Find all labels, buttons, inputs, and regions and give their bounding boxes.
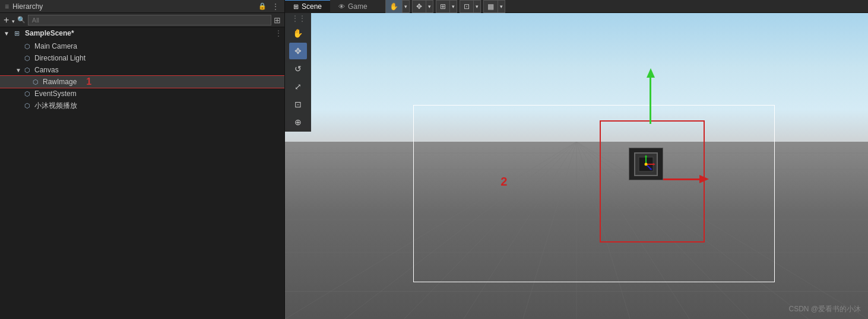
translate-tool-btn[interactable]: ✥ — [413, 0, 426, 13]
scene-panel: ⊞ Scene 👁 Game ✋ ▾ ✥ ▾ — [285, 0, 868, 319]
scene-tools-sidebar: ⋮⋮ ✋ ✥ ↺ ⤢ ⊡ ⊕ — [285, 13, 311, 132]
red-arrowhead — [699, 175, 709, 183]
tool-group-extra: ▦ ▾ — [483, 0, 505, 13]
object-inner-cube — [634, 152, 658, 176]
grid-tool-btn[interactable]: ⊞ — [436, 0, 450, 13]
scene-root-row[interactable]: ▼ ⊞ SampleScene* ⋮ — [0, 27, 284, 39]
hierarchy-item-rawimage[interactable]: ⬡ RawImage 1 — [0, 76, 284, 88]
svg-marker-19 — [653, 163, 655, 165]
xiaom-label: 小沐视频播放 — [34, 101, 77, 111]
scene-viewport[interactable]: ⋮⋮ ✋ ✥ ↺ ⤢ ⊡ ⊕ — [285, 13, 868, 319]
snap-tool-btn[interactable]: ⊡ — [460, 0, 474, 13]
tools-grip-handle[interactable]: ⋮⋮ — [289, 14, 307, 23]
hierarchy-item-directional-light[interactable]: ⬡ Directional Light — [0, 52, 284, 64]
annotation-1: 1 — [86, 76, 91, 87]
tab-game[interactable]: 👁 Game — [330, 0, 376, 13]
eventsystem-cube-icon: ⬡ — [23, 89, 32, 98]
watermark-label: CSDN @爱看书的小沐 — [788, 304, 861, 314]
translate-dropdown-btn[interactable]: ▾ — [426, 0, 433, 13]
header-icons: 🔒 ⋮ — [258, 2, 280, 11]
scale-tool-side-btn[interactable]: ⤢ — [289, 78, 307, 95]
tool-group-translate: ✥ ▾ — [412, 0, 433, 13]
svg-point-24 — [645, 162, 648, 165]
red-arrow-line — [658, 178, 699, 180]
main-camera-label: Main Camera — [34, 42, 77, 50]
tool-group-move: ✋ ▾ — [385, 0, 410, 13]
canvas-label: Canvas — [34, 66, 59, 74]
directional-light-cube-icon: ⬡ — [23, 53, 32, 63]
hierarchy-header: ≡ Hierarchy 🔒 ⋮ — [0, 0, 284, 13]
rect-tool-side-btn[interactable]: ⊡ — [289, 96, 307, 113]
extra-dropdown-btn[interactable]: ▾ — [498, 0, 505, 13]
scene-row-left: ▼ ⊞ SampleScene* — [2, 28, 74, 38]
gizmo-svg — [635, 154, 657, 175]
hierarchy-grid-icon: ≡ — [5, 2, 9, 11]
game-tab-label: Game — [348, 2, 368, 11]
red-right-arrow — [658, 175, 709, 183]
canvas-cube-icon: ⬡ — [23, 65, 32, 75]
hierarchy-panel: ≡ Hierarchy 🔒 ⋮ + ▾ 🔍 ⊞ ▼ ⊞ SampleScene* — [0, 0, 285, 319]
xiaom-cube-icon: ⬡ — [23, 101, 32, 110]
canvas-expand-arrow[interactable]: ▼ — [14, 67, 23, 74]
scene-tab-bar: ⊞ Scene 👁 Game ✋ ▾ ✥ ▾ — [285, 0, 868, 13]
hierarchy-title: ≡ Hierarchy — [5, 2, 43, 11]
scene-name-label: SampleScene* — [25, 29, 74, 37]
transform-tool-side-btn[interactable]: ⊕ — [289, 114, 307, 130]
plus-icon: + — [4, 15, 9, 25]
green-arrow-line — [650, 76, 651, 124]
snap-dropdown-btn[interactable]: ▾ — [474, 0, 480, 13]
eventsystem-label: EventSystem — [34, 90, 77, 98]
grid-dropdown-btn[interactable]: ▾ — [450, 0, 457, 13]
game-tab-icon: 👁 — [338, 3, 345, 10]
search-input[interactable] — [28, 15, 271, 25]
tab-scene[interactable]: ⊞ Scene — [285, 0, 330, 13]
scene-options-icon[interactable]: ⋮ — [275, 29, 282, 37]
tool-group-snap: ⊡ ▾ — [460, 0, 481, 13]
scene-tab-label: Scene — [302, 2, 322, 11]
green-up-arrow — [647, 68, 655, 124]
translate-tool-side-btn[interactable]: ✥ — [289, 43, 307, 59]
hierarchy-item-eventsystem[interactable]: ⬡ EventSystem — [0, 88, 284, 100]
hand-tool-btn[interactable]: ✋ — [289, 25, 307, 42]
hierarchy-item-xiaom[interactable]: ⬡ 小沐视频播放 — [0, 100, 284, 111]
hierarchy-item-canvas[interactable]: ▼ ⬡ Canvas — [0, 64, 284, 76]
search-icon: 🔍 — [17, 16, 26, 24]
scene-object-cube — [629, 148, 663, 180]
add-button[interactable]: + ▾ — [4, 15, 15, 25]
scene-toolbar-area: ✋ ▾ ✥ ▾ ⊞ ▾ ⊡ ▾ ▦ ▾ — [385, 0, 505, 13]
menu-dots-icon[interactable]: ⋮ — [271, 2, 280, 11]
rawimage-cube-icon: ⬡ — [31, 77, 40, 87]
scene-cube-icon: ⊞ — [12, 28, 21, 38]
scene-expand-arrow[interactable]: ▼ — [2, 30, 11, 37]
lock-icon[interactable]: 🔒 — [258, 2, 267, 10]
scene-tab-icon: ⊞ — [293, 3, 299, 11]
tool-group-grid: ⊞ ▾ — [436, 0, 457, 13]
rawimage-label: RawImage — [43, 78, 77, 86]
move-tool-btn[interactable]: ✋ — [386, 0, 403, 13]
grip-dots-icon: ⋮⋮ — [291, 14, 305, 23]
directional-light-label: Directional Light — [34, 54, 85, 62]
add-dropdown-icon: ▾ — [12, 18, 15, 24]
hierarchy-label: Hierarchy — [12, 2, 43, 11]
hierarchy-list: ⬡ Main Camera ⬡ Directional Light ▼ ⬡ Ca… — [0, 39, 284, 319]
canvas-boundary-rect — [413, 105, 775, 282]
expand-button[interactable]: ⊞ — [274, 15, 281, 25]
rotate-tool-side-btn[interactable]: ↺ — [289, 60, 307, 77]
extra-tool-btn[interactable]: ▦ — [484, 0, 498, 13]
main-camera-cube-icon: ⬡ — [23, 42, 32, 51]
hierarchy-search-bar: + ▾ 🔍 ⊞ — [0, 13, 284, 27]
move-dropdown-btn[interactable]: ▾ — [403, 0, 409, 13]
svg-marker-21 — [645, 155, 647, 157]
hierarchy-item-main-camera[interactable]: ⬡ Main Camera — [0, 40, 284, 52]
